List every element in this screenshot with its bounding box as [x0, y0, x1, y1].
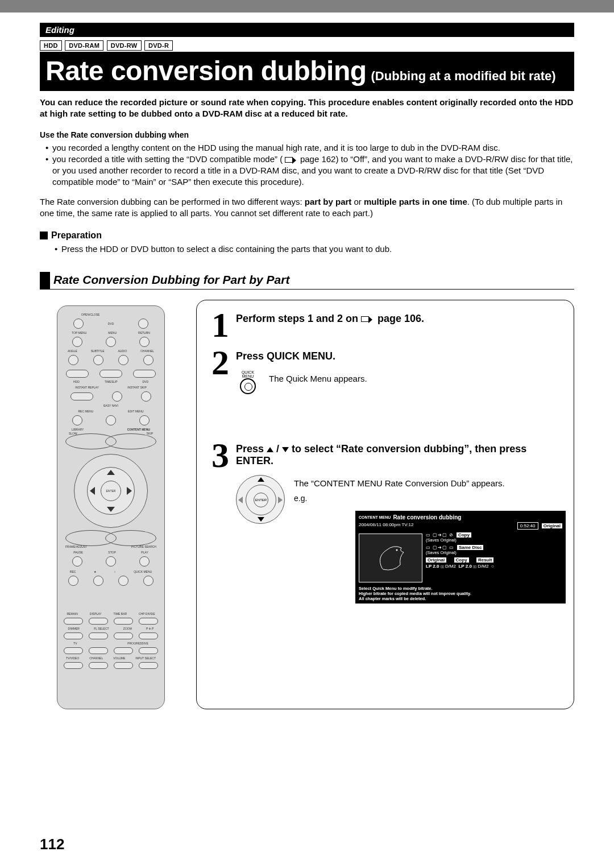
remote-btn: [139, 415, 150, 425]
quick-menu-button-illustration: QUICK MENU: [236, 370, 260, 394]
osd-title: Rate conversion dubbing: [393, 514, 461, 520]
remote-label: OPEN/CLOSE: [81, 313, 100, 316]
osd-footer-1: Select Quick Menu to modify bitrate.: [359, 586, 562, 591]
remote-btn: [106, 415, 116, 425]
remote-label: P in P: [146, 627, 154, 630]
remote-label: DVD: [142, 380, 148, 383]
remote-label: AUDIO: [118, 349, 127, 353]
section-label: Editing: [40, 23, 574, 37]
remote-btn: [66, 370, 89, 378]
quickmenu-label: QUICK MENU: [236, 370, 260, 378]
arrow-left-icon: [90, 487, 95, 495]
step-1: 1 Perform steps 1 and 2 on page 106.: [205, 309, 566, 341]
picture-arc-icon: [105, 530, 156, 546]
osd-col-original: Original: [426, 557, 446, 563]
remote-label: TIME BAR: [113, 612, 127, 615]
quickmenu-circle-icon: [240, 378, 256, 394]
osd-samedisc-tag: Same Disc: [457, 545, 483, 550]
remote-label: DISPLAY: [90, 612, 102, 615]
remote-btn: [89, 633, 108, 639]
subsection-accent: [40, 272, 50, 289]
remote-label: LIBRARY: [72, 428, 84, 431]
remote-label: STOP: [108, 551, 116, 554]
remote-label: HDD: [73, 380, 80, 383]
steps-area: OPEN/CLOSE DVD TOP MENUMENURETURN ANGLES…: [40, 300, 574, 709]
arrow-down-icon: [107, 507, 115, 512]
top-grey-bar: [0, 0, 614, 13]
remote-label: MENU: [108, 331, 117, 334]
step-3-text-a: Press: [236, 443, 267, 454]
remote-column: OPEN/CLOSE DVD TOP MENUMENURETURN ANGLES…: [40, 300, 196, 709]
remote-btn: [114, 618, 133, 625]
intro-paragraph: You can reduce the recorded picture or s…: [40, 91, 574, 125]
remote-btn: [139, 633, 158, 639]
steps-panel: 1 Perform steps 1 and 2 on page 106. 2 P…: [196, 300, 574, 709]
remote-label: SLOW: [69, 432, 77, 435]
osd-screenshot: CONTENT MENU Rate conversion dubbing 200…: [355, 511, 566, 604]
subsection-title: Rate Conversion Dubbing for Part by Part: [53, 272, 289, 289]
remote-label: FL SELECT: [94, 627, 109, 630]
remote-btn: [118, 576, 128, 586]
remote-btn: [64, 662, 83, 669]
remote-btn: [114, 633, 133, 639]
bullet-text: you recorded a title with setting the “D…: [52, 154, 574, 188]
remote-label: QUICK MENU: [134, 570, 152, 573]
page-content: Editing HDD DVD-RAM DVD-RW DVD-R Rate co…: [0, 13, 614, 709]
remote-btn: [106, 337, 116, 347]
remote-label: EDIT MENU: [128, 410, 143, 413]
note-a: The Rate conversion dubbing can be perfo…: [40, 197, 305, 206]
media-tag-dvdr: DVD-R: [144, 40, 173, 51]
media-path-icons: ▭ ▢➔▢ ⊘: [426, 532, 454, 538]
power-icon: [138, 319, 148, 329]
remote-label: REC: [70, 570, 76, 573]
step-1-text-b: page 106.: [377, 313, 424, 324]
osd-copy-tag: Copy: [457, 532, 471, 538]
remote-btn: [139, 618, 158, 625]
remote-label: REMAIN: [67, 612, 77, 615]
osd-col-copy: Copy: [454, 557, 469, 563]
page-ref-icon: [361, 316, 369, 322]
osd-footer-2: Higher bitrate for copied media will not…: [359, 591, 562, 596]
remote-label: TIMESLIP: [105, 380, 118, 383]
page-ref-icon: [285, 157, 293, 163]
plus-icon: [89, 647, 108, 654]
dpad-illustration: ENTER: [236, 475, 285, 524]
bullet-dot: •: [55, 244, 61, 254]
preparation-text: Press the HDD or DVD button to select a …: [61, 244, 392, 254]
arrow-right-icon: [127, 487, 132, 495]
pause-icon: [72, 556, 82, 567]
remote-label: EASY NAVI: [103, 404, 118, 407]
remote-label: VOLUME: [113, 656, 125, 660]
page-subtitle: (Dubbing at a modified bit rate): [371, 69, 556, 84]
step-2-title: Press QUICK MENU.: [236, 350, 566, 362]
step-1-text-a: Perform steps 1 and 2 on: [236, 313, 361, 324]
remote-label: ★: [94, 570, 96, 573]
media-path-icons: ▭ ▢➔▢ ▭: [426, 545, 454, 550]
osd-original-tag: Original: [542, 523, 562, 528]
step-2: 2 Press QUICK MENU. QUICK MENU The Quick…: [205, 347, 566, 394]
osd-lp-2: LP 2.0: [458, 564, 471, 569]
remote-label: CHP DIVIDE: [139, 612, 155, 615]
remote-btn: [141, 391, 151, 402]
remote-label: RETURN: [138, 331, 150, 334]
subsection-bar: Rate Conversion Dubbing for Part by Part: [40, 272, 574, 290]
remote-btn: [64, 633, 83, 639]
shuttle-arc: SLOW SKIP: [65, 433, 156, 449]
arrow-left-icon: [238, 497, 243, 503]
remote-label: CONTENT MENU: [127, 428, 150, 431]
bullet-text-a: you recorded a title with setting the “D…: [52, 154, 283, 164]
preparation-heading: Preparation: [40, 230, 574, 241]
page-title: Rate conversion dubbing: [45, 55, 367, 86]
remote-label: SUBTITLE: [91, 349, 105, 353]
preparation-heading-text: Preparation: [51, 230, 102, 241]
remote-label: CHANNEL: [89, 656, 103, 660]
bullet-dot: •: [45, 142, 52, 154]
down-icon: [143, 355, 154, 365]
plus-icon: [114, 647, 133, 654]
title-bar: Rate conversion dubbing (Dubbing at a mo…: [40, 52, 574, 91]
remote-label: PLAY: [141, 551, 148, 554]
arrow-up-icon: [258, 477, 264, 482]
remote-label: PAUSE: [73, 551, 83, 554]
remote-btn: [139, 647, 158, 654]
remote-label: INSTANT REPLAY: [75, 386, 99, 389]
